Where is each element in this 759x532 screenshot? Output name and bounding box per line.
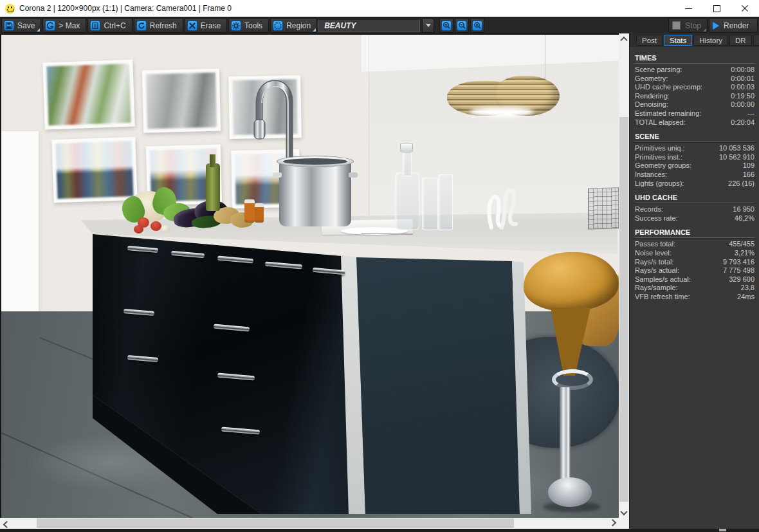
render-element-value: BEAUTY (324, 21, 356, 30)
to-max-button[interactable]: > Max (42, 18, 86, 33)
tools-button[interactable]: Tools (228, 18, 269, 33)
tab-stats[interactable]: Stats (664, 35, 692, 46)
spice-jar (244, 199, 255, 223)
erase-button[interactable]: Erase (185, 18, 227, 33)
stat-value: 0:00:03 (731, 83, 754, 92)
picture-frame-1 (42, 60, 135, 130)
wire-basket (588, 187, 619, 230)
render-canvas[interactable] (1, 35, 619, 518)
maximize-icon (713, 5, 720, 12)
dropdown-corner-icon (703, 28, 706, 32)
stat-label: Passes total: (635, 240, 675, 249)
cooking-pot (279, 161, 351, 226)
vertical-scroll-thumb[interactable] (619, 117, 628, 502)
stat-label: Primitives uniq.: (635, 144, 685, 153)
stat-value: 7 775 498 (723, 266, 754, 275)
water-bottle-body (395, 172, 419, 230)
stats-section-performance: PERFORMANCE Passes total:455/455Noise le… (635, 228, 754, 301)
close-button[interactable] (731, 0, 759, 17)
title-bar: Corona 2 | 1200×900px (1:1) | Camera: Ca… (0, 0, 759, 17)
stat-row: VFB refresh time:24ms (635, 293, 754, 302)
window-resize-notch (719, 529, 726, 531)
stat-row: Primitives inst.:10 562 910 (635, 153, 754, 162)
section-header: TIMES (635, 54, 754, 64)
render-element-select[interactable]: BEAUTY (318, 19, 420, 32)
render-element-dropdown-button[interactable] (422, 19, 434, 33)
drinking-glass (422, 178, 438, 230)
stat-value: 0:19:50 (731, 92, 754, 101)
zoom-out-button[interactable] (455, 18, 469, 33)
dropdown-corner-icon (313, 28, 316, 32)
wall-corner-line (369, 35, 369, 215)
gear-icon (231, 21, 241, 31)
tab-dr[interactable]: DR (729, 35, 752, 46)
chevron-down-icon (620, 508, 627, 515)
zoom-reset-button[interactable] (470, 18, 484, 33)
region-select-icon (273, 21, 283, 31)
stat-label: Instances: (635, 170, 667, 179)
stat-row: Geometry groups:109 (635, 161, 754, 170)
stat-value: 10 053 536 (719, 144, 754, 153)
picture-image (146, 73, 217, 129)
stat-value: 226 (16) (728, 179, 754, 188)
tab-lightmix[interactable]: LightMix (753, 35, 759, 46)
section-rows: Passes total:455/455Noise level:3,21%Ray… (635, 240, 754, 301)
horizontal-scroll-thumb[interactable] (37, 518, 514, 528)
minimize-button[interactable] (674, 0, 702, 17)
corona-logo-icon (45, 21, 55, 31)
drinking-glass (438, 174, 453, 230)
stat-row: Estimated remaining:--- (635, 109, 754, 118)
stat-row: Instances:166 (635, 170, 754, 179)
stat-value: 3,21% (735, 249, 754, 258)
stat-row: Scene parsing:0:00:08 (635, 66, 754, 75)
tab-post[interactable]: Post (636, 35, 663, 46)
stat-row: Primitives uniq.:10 053 536 (635, 144, 754, 153)
picture-image (56, 141, 134, 199)
scroll-down-button[interactable] (619, 507, 629, 518)
tab-history[interactable]: History (693, 35, 728, 46)
region-label: Region (286, 21, 311, 30)
stat-row: Records:16 950 (635, 205, 754, 214)
stat-value: 166 (743, 170, 754, 179)
panel-tab-bar: Post Stats History DR LightMix (630, 33, 759, 47)
chevron-right-icon (608, 518, 616, 526)
stat-row: Geometry:0:00:01 (635, 75, 754, 84)
x-erase-icon (187, 21, 197, 31)
zoom-out-icon (457, 21, 467, 31)
section-header: UHD CACHE (635, 194, 754, 203)
to-max-label: > Max (59, 21, 80, 30)
floppy-save-icon (4, 21, 14, 31)
stat-row: Lights (groups):226 (16) (635, 179, 754, 188)
horizontal-scrollbar[interactable] (0, 518, 619, 529)
scroll-right-button[interactable] (608, 518, 619, 529)
zoom-in-button[interactable] (439, 18, 453, 33)
smiley-app-icon (5, 4, 15, 14)
scroll-left-button[interactable] (0, 518, 11, 529)
stat-value: 16 950 (733, 205, 754, 214)
play-render-icon (713, 22, 719, 30)
stat-value: 10 562 910 (719, 153, 754, 162)
stat-value: 46,2% (735, 214, 754, 223)
save-button[interactable]: Save (1, 18, 41, 33)
refresh-button[interactable]: Refresh (134, 18, 183, 33)
lamp-glow (470, 107, 534, 117)
copy-button[interactable]: Ctrl+C (87, 18, 132, 33)
vertical-scrollbar[interactable] (619, 33, 629, 518)
render-button[interactable]: Render (709, 18, 758, 33)
chevron-left-icon (3, 520, 10, 527)
pot-handle (273, 172, 282, 178)
pot-handle (349, 172, 358, 178)
maximize-button[interactable] (702, 0, 731, 17)
stat-row: Noise level:3,21% (635, 249, 754, 258)
section-rows: Records:16 950Success rate:46,2% (635, 205, 754, 223)
stat-label: Records: (635, 205, 663, 214)
stop-button[interactable]: Stop (668, 18, 708, 33)
stat-label: TOTAL elapsed: (635, 118, 686, 127)
stat-value: 9 793 416 (723, 258, 754, 267)
region-button[interactable]: Region (270, 18, 317, 33)
garlic (161, 225, 170, 233)
render-label: Render (724, 21, 749, 30)
stat-label: Geometry: (635, 75, 668, 84)
scroll-up-button[interactable] (619, 33, 629, 44)
stat-label: Rays/s actual: (635, 266, 679, 275)
